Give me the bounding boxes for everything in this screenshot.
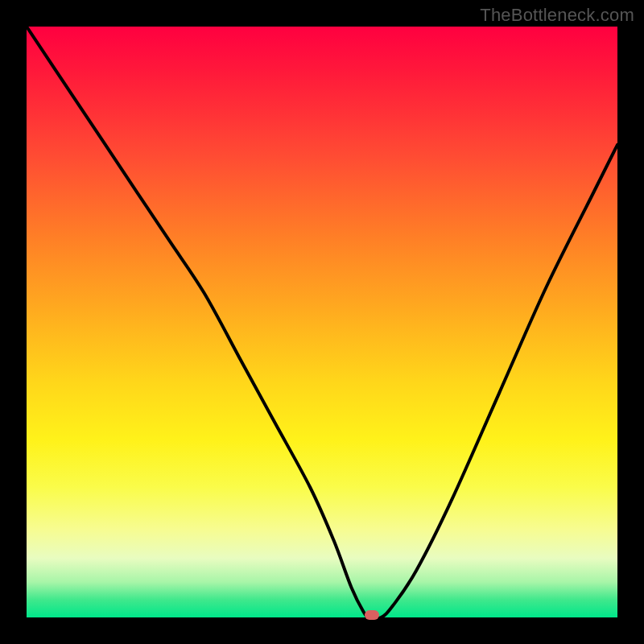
bottleneck-chart: TheBottleneck.com — [0, 0, 644, 644]
curve-svg — [27, 27, 617, 617]
watermark-text: TheBottleneck.com — [480, 5, 634, 26]
min-marker — [365, 610, 379, 620]
bottleneck-curve-path — [27, 27, 617, 617]
